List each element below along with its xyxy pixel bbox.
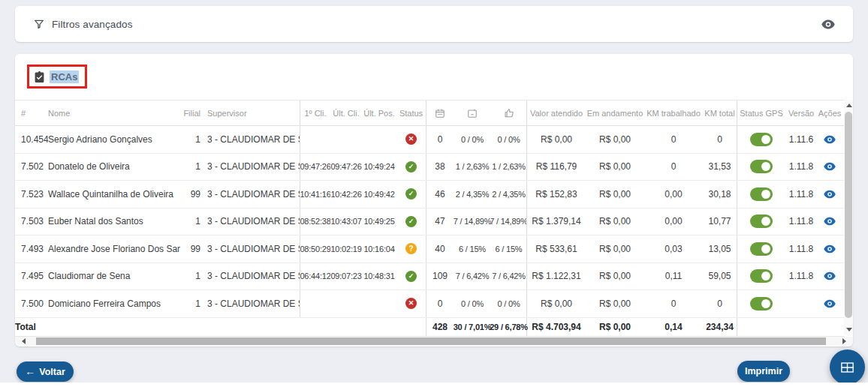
scroll-up-icon[interactable] bbox=[846, 104, 852, 107]
cell-version: 1.11.8 bbox=[785, 208, 817, 236]
cell-version: 1.11.8 bbox=[785, 181, 817, 208]
cell-last_position: 10:49:25 bbox=[362, 208, 396, 236]
cell-id: 7.502 bbox=[15, 154, 48, 181]
total-done: 29 / 6,78% bbox=[491, 318, 527, 336]
view-details-icon[interactable] bbox=[824, 217, 836, 226]
view-details-icon[interactable] bbox=[824, 244, 836, 254]
cell-last_client: 09:07:23 bbox=[330, 263, 362, 290]
table-row: 7.523Wallace Quintanilha de Oliveira993 … bbox=[15, 181, 844, 208]
calendar-check-icon bbox=[454, 100, 491, 125]
status-cell: ? bbox=[396, 236, 426, 262]
cell-name: Euber Natal dos Santos bbox=[48, 208, 180, 236]
cell-done: 7 / 6,42% bbox=[491, 263, 527, 290]
gps-toggle-on[interactable] bbox=[750, 133, 773, 146]
column-header--: # bbox=[15, 100, 48, 125]
back-button[interactable]: ← Voltar bbox=[17, 362, 74, 382]
scroll-down-icon[interactable] bbox=[846, 328, 852, 332]
view-details-icon[interactable] bbox=[824, 272, 836, 280]
cell-km_worked: 0,00 bbox=[644, 181, 703, 208]
table-row: 7.493Alexandre Jose Floriano Dos Santos9… bbox=[15, 236, 844, 263]
actions-cell bbox=[817, 208, 842, 236]
vertical-scroll-thumb[interactable] bbox=[845, 112, 852, 318]
cell-last_client bbox=[330, 290, 362, 317]
cell-in_progress: R$ 0,00 bbox=[586, 263, 644, 290]
cell-name: Donatelo de Oliveira bbox=[48, 154, 180, 181]
vertical-scrollbar[interactable] bbox=[844, 100, 853, 335]
cell-name: Alexandre Jose Floriano Dos Santos bbox=[48, 236, 180, 262]
table-body: 10.454Sergio Adriano Gonçalves13 - CLAUD… bbox=[15, 126, 844, 337]
gps-toggle-on[interactable] bbox=[750, 188, 773, 201]
status-ok-icon: ✓ bbox=[405, 188, 417, 200]
cell-last_position: 10:49:42 bbox=[362, 181, 396, 208]
cell-id: 10.454 bbox=[15, 126, 48, 153]
cell-served_value: R$ 533,61 bbox=[527, 236, 586, 262]
cell-km_total: 0 bbox=[703, 126, 737, 153]
actions-cell bbox=[817, 290, 842, 317]
cell-km_total: 31,53 bbox=[703, 154, 737, 181]
visibility-icon[interactable] bbox=[821, 20, 835, 29]
grid-fab-button[interactable] bbox=[830, 350, 865, 385]
cell-branch: 99 bbox=[180, 236, 203, 262]
gps-toggle-on[interactable] bbox=[750, 269, 773, 283]
cell-branch: 1 bbox=[180, 126, 203, 153]
total-km-total: 234,34 bbox=[703, 318, 737, 336]
cell-supervisor: 3 - CLAUDIOMAR DE SENA bbox=[203, 263, 300, 290]
cell-visits: 109 bbox=[426, 263, 454, 290]
bottom-strip bbox=[0, 382, 868, 387]
cell-done: 0 / 0% bbox=[491, 290, 527, 317]
cell-name: Wallace Quintanilha de Oliveira bbox=[48, 181, 180, 208]
cell-visits: 46 bbox=[426, 181, 454, 208]
cell-last_client: 10:43:07 bbox=[330, 208, 362, 236]
status-cell: ✓ bbox=[396, 154, 426, 181]
scroll-right-icon[interactable] bbox=[842, 338, 846, 344]
cell-first_client: 08:52:38 bbox=[300, 208, 330, 236]
cell-version: 1.11.6 bbox=[785, 126, 817, 153]
cell-km_total: 0 bbox=[703, 290, 737, 317]
cell-branch: 99 bbox=[180, 181, 203, 208]
table-row: 7.500Domiciano Ferreira Campos13 - CLAUD… bbox=[15, 290, 844, 318]
column-header-km-total: KM total bbox=[703, 100, 737, 125]
horizontal-scroll-thumb[interactable] bbox=[36, 338, 826, 345]
actions-cell bbox=[817, 126, 842, 153]
column-header-valor-atendido: Valor atendido bbox=[527, 100, 586, 125]
view-details-icon[interactable] bbox=[824, 162, 836, 171]
cell-km_total: 59,05 bbox=[703, 263, 737, 290]
thumbs-up-icon bbox=[491, 100, 527, 125]
cell-name: Domiciano Ferreira Campos bbox=[48, 290, 180, 317]
cell-first_client: 06:44:12 bbox=[300, 263, 330, 290]
cell-supervisor: 3 - CLAUDIOMAR DE SENA bbox=[203, 154, 300, 181]
cell-scheduled: 7 / 6,42% bbox=[454, 263, 491, 290]
gps-toggle-on[interactable] bbox=[750, 214, 773, 228]
view-details-icon[interactable] bbox=[824, 299, 836, 308]
cell-scheduled: 0 / 0% bbox=[454, 290, 491, 317]
gps-cell bbox=[737, 208, 785, 236]
total-row: Total42830 / 7,01%29 / 6,78%R$ 4.703,94R… bbox=[15, 318, 844, 337]
cell-first_client bbox=[300, 290, 330, 317]
calendar-icon bbox=[426, 100, 454, 125]
column-header--lt-pos-: Últ. Pos. bbox=[362, 100, 396, 125]
cell-km_worked: 0,11 bbox=[644, 263, 703, 290]
cell-branch: 1 bbox=[180, 290, 203, 317]
cell-version: 1.11.8 bbox=[785, 154, 817, 181]
total-visits: 428 bbox=[426, 318, 454, 336]
gps-toggle-on[interactable] bbox=[750, 297, 773, 310]
total-km-worked: 0,14 bbox=[644, 318, 703, 336]
gps-toggle-on[interactable] bbox=[750, 160, 773, 173]
gps-cell bbox=[737, 181, 785, 208]
cell-served_value: R$ 152,83 bbox=[527, 181, 586, 208]
clipboard-check-icon bbox=[35, 71, 44, 82]
cell-first_client: 08:50:29 bbox=[300, 236, 330, 262]
rcas-tab-label[interactable]: RCAs bbox=[50, 70, 79, 83]
advanced-filters-bar[interactable]: Filtros avançados bbox=[15, 6, 853, 42]
cell-branch: 1 bbox=[180, 154, 203, 181]
status-cell: ✓ bbox=[396, 208, 426, 236]
print-button[interactable]: Imprimir bbox=[737, 361, 790, 382]
cell-branch: 1 bbox=[180, 263, 203, 290]
view-details-icon[interactable] bbox=[824, 135, 836, 144]
view-details-icon[interactable] bbox=[824, 190, 836, 199]
cell-branch: 1 bbox=[180, 208, 203, 236]
scroll-left-icon[interactable] bbox=[22, 338, 26, 344]
horizontal-scrollbar[interactable] bbox=[15, 337, 853, 346]
cell-first_client bbox=[300, 126, 330, 153]
gps-toggle-on[interactable] bbox=[750, 242, 773, 256]
